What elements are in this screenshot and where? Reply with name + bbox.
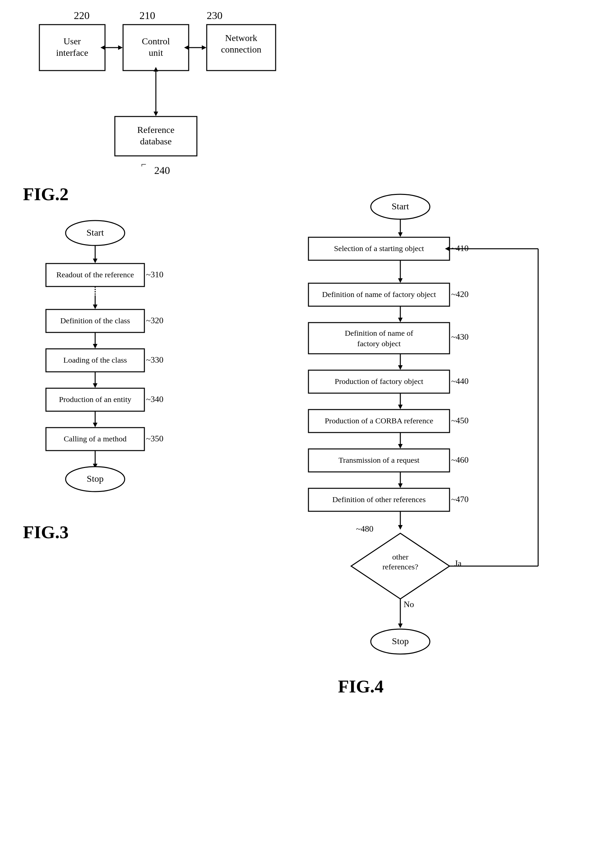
ref-240-tick: ⌐ (141, 159, 146, 169)
fig3-ref-310: ~310 (146, 270, 163, 279)
svg-marker-41 (398, 525, 403, 530)
svg-marker-14 (93, 259, 98, 263)
control-unit-label: Control (142, 36, 170, 46)
fig2-diagram: 220 210 230 User interface Control unit … (13, 6, 292, 210)
fig4-diagram: Start Selection of a starting object ~41… (259, 190, 591, 847)
svg-marker-17 (93, 305, 98, 309)
svg-text:database: database (140, 136, 172, 146)
fig4-label: FIG.4 (338, 676, 384, 696)
svg-marker-33 (398, 365, 403, 370)
svg-text:connection: connection (221, 44, 262, 54)
page: 220 210 230 User interface Control unit … (0, 0, 610, 868)
ref-240: 240 (154, 164, 170, 176)
svg-marker-47 (398, 623, 403, 628)
fig4-step-440-label: Production of factory object (335, 377, 423, 386)
fig4-step-460-label: Transmission of a request (339, 456, 420, 464)
fig4-ref-450: ~450 (451, 416, 469, 425)
svg-marker-35 (398, 405, 403, 409)
network-connection-label: Network (225, 33, 257, 43)
fig3-step-310-label: Readout of the reference (56, 270, 134, 279)
fig3-step-320-label: Definition of the class (60, 316, 130, 325)
fig2-label: FIG.2 (23, 184, 68, 204)
svg-marker-19 (93, 344, 98, 349)
fig4-no-label: No (404, 600, 414, 609)
svg-marker-27 (398, 232, 403, 237)
svg-marker-37 (398, 444, 403, 449)
fig4-step-410-label: Selection of a starting object (334, 244, 424, 253)
svg-text:unit: unit (149, 48, 163, 58)
fig4-step-470-label: Definition of other references (332, 495, 426, 504)
fig3-label: FIG.3 (23, 522, 68, 542)
fig3-diagram: Start Readout of the reference ~310 Defi… (13, 217, 223, 561)
fig4-ref-440: ~440 (451, 377, 469, 386)
fig4-diamond-label2: references? (382, 563, 418, 571)
fig4-diamond-label1: other (392, 553, 408, 561)
fig3-step-340-label: Production of an entity (59, 395, 132, 404)
fig3-ref-340: ~340 (146, 394, 163, 404)
fig4-start-label: Start (392, 201, 409, 211)
fig4-ja-label: Ja (454, 558, 462, 568)
fig4-step-450-label: Production of a CORBA reference (325, 417, 434, 425)
fig3-start-label: Start (87, 228, 104, 237)
fig4-ref-460: ~460 (451, 455, 469, 465)
fig4-ref-420: ~420 (451, 290, 469, 299)
fig3-stop-label: Stop (87, 474, 103, 484)
svg-marker-10 (153, 112, 158, 116)
user-interface-label: User (63, 36, 81, 46)
fig4-ref-470: ~470 (451, 494, 469, 504)
ref-230: 230 (207, 9, 223, 21)
fig4-stop-label: Stop (392, 636, 409, 646)
fig4-ref-480: ~480 (356, 524, 373, 533)
fig4-step-430-box (308, 322, 449, 354)
reference-database-label: Reference (137, 125, 174, 135)
svg-marker-29 (398, 278, 403, 283)
fig4-step-430-label1: Definition of name of (345, 329, 413, 337)
svg-marker-23 (93, 423, 98, 427)
fig3-step-330-label: Loading of the class (63, 356, 127, 364)
fig3-ref-330: ~330 (146, 355, 163, 364)
fig3-ref-320: ~320 (146, 316, 163, 325)
svg-marker-7 (202, 45, 206, 50)
fig3-step-350-label: Calling of a method (63, 434, 126, 443)
fig4-ref-430: ~430 (451, 332, 469, 342)
ref-220: 220 (74, 9, 90, 21)
fig3-ref-350: ~350 (146, 434, 163, 443)
svg-marker-31 (398, 318, 403, 322)
svg-marker-21 (93, 383, 98, 388)
svg-marker-3 (118, 45, 123, 50)
fig4-step-430-label2: factory object (357, 339, 401, 348)
ref-210: 210 (139, 9, 155, 21)
fig4-step-420-label: Definition of name of factory object (322, 290, 436, 299)
svg-text:interface: interface (56, 48, 88, 58)
svg-marker-39 (398, 484, 403, 488)
